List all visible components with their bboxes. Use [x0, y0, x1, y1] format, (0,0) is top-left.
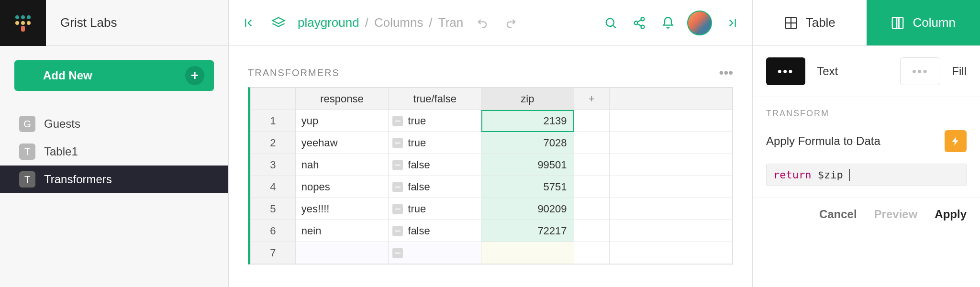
type-row: ••• Text ••• Fill [753, 46, 980, 97]
fill-menu-button[interactable]: ••• [900, 57, 940, 85]
cell-response[interactable]: nein [295, 220, 388, 242]
plus-icon: + [185, 66, 204, 85]
table-menu-icon[interactable]: ••• [719, 65, 733, 80]
row-num: 5 [251, 198, 296, 220]
row-num: 6 [251, 220, 296, 242]
breadcrumb-doc[interactable]: playground [298, 15, 359, 30]
cell-response[interactable]: yup [295, 110, 388, 132]
svg-rect-6 [21, 26, 25, 32]
bell-icon[interactable] [658, 13, 678, 33]
cell-zip[interactable]: 2139 [481, 110, 574, 132]
apply-button[interactable]: Apply [935, 208, 967, 221]
cell-zip[interactable]: 99501 [481, 154, 574, 176]
breadcrumb-leaf[interactable]: Tran [438, 15, 464, 30]
formula-input[interactable]: return $zip [766, 164, 967, 186]
col-header-response[interactable]: response [295, 88, 388, 110]
table-row[interactable]: 6 nein false 72217 [251, 220, 733, 242]
cell-truefalse[interactable]: true [389, 198, 481, 220]
cell-truefalse[interactable]: true [389, 132, 481, 154]
svg-point-13 [641, 25, 645, 28]
dots-icon: ••• [778, 65, 794, 78]
bolt-button[interactable] [945, 130, 967, 152]
sidebar-item-label: Guests [44, 117, 80, 131]
text-cursor [843, 169, 850, 181]
breadcrumb: playground / Columns / Tran [298, 15, 463, 30]
svg-line-10 [613, 25, 615, 28]
toggle-icon [392, 138, 403, 148]
cell-response[interactable]: yeehaw [295, 132, 388, 154]
svg-point-0 [15, 15, 19, 19]
collapse-left-icon[interactable] [240, 13, 259, 33]
sidebar-item-table1[interactable]: T Table1 [0, 138, 228, 166]
cell-zip[interactable]: 90209 [481, 198, 574, 220]
cell-zip[interactable]: 72217 [481, 220, 574, 242]
apply-formula-label: Apply Formula to Data [766, 134, 880, 148]
type-menu-button[interactable]: ••• [766, 57, 805, 85]
cell-truefalse[interactable]: false [389, 154, 481, 176]
undo-icon[interactable] [473, 13, 492, 33]
svg-point-1 [21, 15, 25, 19]
grist-logo-icon [13, 13, 33, 33]
topbar: playground / Columns / Tran [229, 0, 752, 46]
type-label: Text [817, 57, 838, 85]
org-name[interactable]: Grist Labs [46, 15, 117, 30]
cell-response[interactable]: yes!!!! [295, 198, 388, 220]
sidebar-badge: G [19, 116, 35, 132]
toggle-icon [392, 204, 403, 214]
row-num: 2 [251, 132, 296, 154]
toggle-icon [392, 160, 403, 170]
table-new-row[interactable]: 7 [251, 242, 733, 264]
share-icon[interactable] [630, 13, 649, 33]
rownum-header [251, 88, 296, 110]
breadcrumb-mid[interactable]: Columns [374, 15, 423, 30]
cell-zip[interactable] [481, 242, 574, 264]
svg-point-3 [15, 21, 19, 25]
cell-zip[interactable]: 7028 [481, 132, 574, 154]
add-new-button[interactable]: Add New + [14, 60, 214, 91]
table-row[interactable]: 1 yup true 2139 [251, 110, 733, 132]
svg-point-12 [635, 21, 638, 24]
cancel-button[interactable]: Cancel [819, 208, 857, 221]
toggle-icon [392, 116, 403, 126]
breadcrumb-sep: / [365, 15, 368, 30]
collapse-right-icon[interactable] [722, 13, 741, 33]
sidebar-item-guests[interactable]: G Guests [0, 110, 228, 138]
redo-icon[interactable] [501, 13, 521, 33]
cell-response[interactable]: nah [295, 154, 388, 176]
table-icon [784, 16, 798, 30]
tab-table[interactable]: Table [753, 0, 867, 45]
sidebar: Grist Labs Add New + G Guests T Table1 T… [0, 0, 229, 287]
transform-actions: Cancel Preview Apply [753, 198, 980, 231]
tab-column[interactable]: Column [867, 0, 980, 45]
cell-response[interactable]: nopes [295, 176, 388, 198]
col-header-zip[interactable]: zip [481, 88, 574, 110]
add-new-label: Add New [43, 69, 92, 82]
layers-icon[interactable] [269, 13, 288, 33]
svg-point-9 [606, 18, 614, 26]
preview-button[interactable]: Preview [874, 208, 918, 221]
svg-point-4 [21, 21, 25, 25]
main: playground / Columns / Tran [229, 0, 752, 287]
cell-truefalse[interactable]: true [389, 110, 481, 132]
add-column-button[interactable]: + [574, 88, 610, 110]
sidebar-item-transformers[interactable]: T Transformers [0, 166, 228, 193]
table-row[interactable]: 2 yeehaw true 7028 [251, 132, 733, 154]
dots-icon: ••• [912, 65, 928, 78]
search-icon[interactable] [601, 13, 620, 33]
table-row[interactable]: 4 nopes false 5751 [251, 176, 733, 198]
toggle-icon [392, 226, 403, 236]
sidebar-item-label: Transformers [44, 173, 112, 186]
app-logo[interactable] [0, 0, 46, 46]
cell-truefalse[interactable]: false [389, 176, 481, 198]
cell-zip[interactable]: 5751 [481, 176, 574, 198]
table-row[interactable]: 3 nah false 99501 [251, 154, 733, 176]
avatar[interactable] [687, 11, 712, 35]
col-header-truefalse[interactable]: true/false [389, 88, 481, 110]
cell-response[interactable] [295, 242, 388, 264]
svg-point-11 [641, 17, 645, 21]
row-num: 7 [251, 242, 296, 264]
cell-truefalse[interactable]: false [389, 220, 481, 242]
table-row[interactable]: 5 yes!!!! true 90209 [251, 198, 733, 220]
cell-truefalse[interactable] [389, 242, 481, 264]
right-panel: Table Column ••• Text ••• Fill TRANSFORM… [752, 0, 980, 287]
